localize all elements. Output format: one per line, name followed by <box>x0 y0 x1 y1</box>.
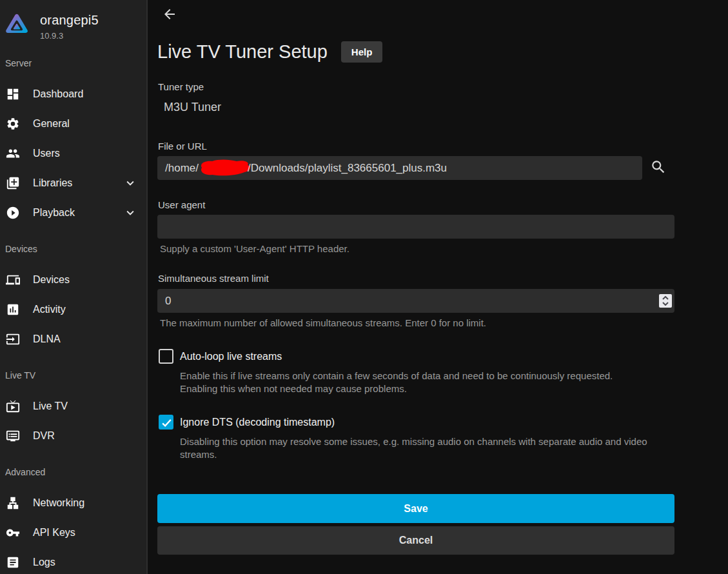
sidebar-item-users[interactable]: Users <box>0 139 148 168</box>
jellyfin-logo-icon <box>5 12 28 36</box>
libraries-icon <box>5 175 21 191</box>
ignore-dts-checkbox[interactable] <box>159 415 173 430</box>
dvr-icon <box>5 428 21 444</box>
dlna-icon <box>5 332 21 347</box>
logs-icon <box>5 555 21 570</box>
activity-icon <box>5 302 21 317</box>
number-spinner[interactable] <box>659 294 672 308</box>
checkmark-icon <box>161 417 173 429</box>
sidebar-item-dlna[interactable]: DLNA <box>0 324 148 354</box>
search-button[interactable] <box>650 159 667 175</box>
auto-loop-checkbox-row[interactable]: Auto-loop live streams <box>159 349 282 364</box>
search-icon <box>650 159 667 175</box>
server-version: 10.9.3 <box>40 31 99 41</box>
stream-limit-label: Simultaneous stream limit <box>158 273 269 284</box>
sidebar-item-general[interactable]: General <box>0 109 148 139</box>
user-agent-help: Supply a custom 'User-Agent' HTTP header… <box>160 243 349 254</box>
auto-loop-description: Enable this if live streams only contain… <box>180 370 722 395</box>
sidebar: orangepi5 10.9.3 Server Dashboard Genera… <box>0 0 148 574</box>
section-heading-devices: Devices <box>5 244 148 254</box>
devices-icon <box>5 272 21 288</box>
chevron-down-icon[interactable] <box>123 206 137 220</box>
api-keys-icon <box>5 525 21 540</box>
spinner-down-icon <box>662 302 669 306</box>
user-agent-label: User agent <box>158 199 205 210</box>
stream-limit-input[interactable] <box>157 289 674 313</box>
tuner-type-label: Tuner type <box>158 81 204 92</box>
section-heading-live-tv: Live TV <box>5 371 148 381</box>
auto-loop-label: Auto-loop live streams <box>180 351 282 362</box>
sidebar-item-logs[interactable]: Logs <box>0 548 148 574</box>
networking-icon <box>5 495 21 511</box>
sidebar-item-dashboard[interactable]: Dashboard <box>0 79 148 109</box>
sidebar-item-activity[interactable]: Activity <box>0 295 148 324</box>
sidebar-item-libraries[interactable]: Libraries <box>0 168 148 198</box>
playback-icon <box>5 205 21 221</box>
sidebar-item-networking[interactable]: Networking <box>0 488 148 518</box>
tuner-type-select[interactable]: M3U Tuner <box>164 101 221 114</box>
sidebar-item-dvr[interactable]: DVR <box>0 421 148 451</box>
file-url-label: File or URL <box>158 141 207 152</box>
ignore-dts-label: Ignore DTS (decoding timestamp) <box>180 417 335 428</box>
server-header[interactable]: orangepi5 10.9.3 <box>0 0 148 47</box>
dashboard-icon <box>5 86 21 102</box>
back-button[interactable] <box>162 6 177 22</box>
help-button[interactable]: Help <box>341 41 383 63</box>
page-title: Live TV Tuner Setup <box>157 41 328 63</box>
ignore-dts-description: Disabling this option may resolve some i… <box>180 435 722 461</box>
section-heading-server: Server <box>5 59 148 68</box>
stream-limit-help: The maximum number of allowed simultaneo… <box>160 317 486 328</box>
chevron-down-icon[interactable] <box>123 176 137 190</box>
server-name: orangepi5 <box>40 13 99 28</box>
sidebar-item-playback[interactable]: Playback <box>0 198 148 228</box>
spinner-up-icon <box>662 296 669 300</box>
users-icon <box>5 146 21 161</box>
save-button[interactable]: Save <box>157 494 674 523</box>
sidebar-item-devices[interactable]: Devices <box>0 265 148 295</box>
file-url-input[interactable]: /home//Downloads/playlist_83665601_plus.… <box>157 156 642 180</box>
sidebar-item-live-tv[interactable]: Live TV <box>0 391 148 421</box>
section-heading-advanced: Advanced <box>5 468 148 477</box>
ignore-dts-checkbox-row[interactable]: Ignore DTS (decoding timestamp) <box>159 415 335 430</box>
arrow-back-icon <box>162 6 177 22</box>
gear-icon <box>5 116 21 132</box>
user-agent-input[interactable] <box>157 215 674 239</box>
main-content: Live TV Tuner Setup Help Tuner type M3U … <box>148 0 728 574</box>
sidebar-item-api-keys[interactable]: API Keys <box>0 518 148 548</box>
redaction-scribble <box>197 158 252 177</box>
auto-loop-checkbox[interactable] <box>159 349 173 364</box>
live-tv-icon <box>5 399 21 414</box>
cancel-button[interactable]: Cancel <box>157 526 674 555</box>
